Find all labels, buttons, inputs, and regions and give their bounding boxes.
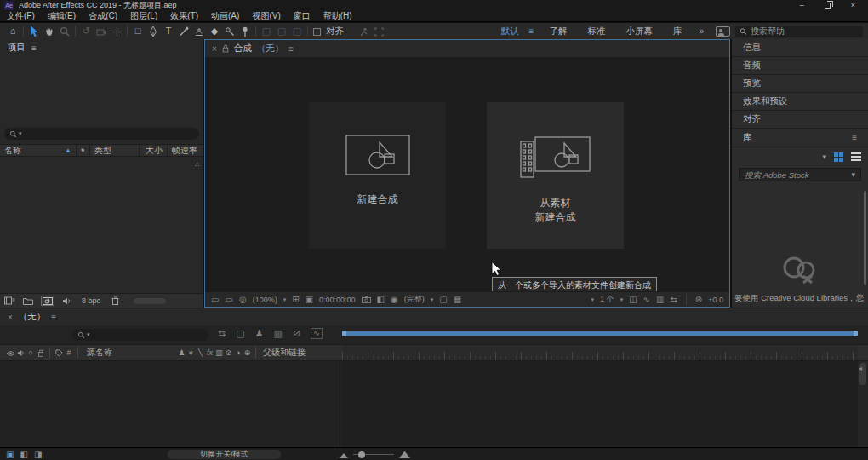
adobe-stock-search-box[interactable]: ▾	[739, 168, 861, 181]
menu-animation[interactable]: 动画(A)	[211, 10, 239, 22]
menu-layer[interactable]: 图层(L)	[130, 10, 157, 22]
menu-edit[interactable]: 编辑(E)	[48, 10, 76, 22]
hide-shy-layers-icon[interactable]: ♟	[255, 328, 264, 339]
grid-view-icon[interactable]	[834, 152, 843, 162]
motion-blur-icon[interactable]: ⊘	[293, 328, 300, 339]
channel-pair-icon[interactable]: ◎	[239, 296, 247, 304]
timeline-button-icon[interactable]: ▥	[656, 296, 664, 304]
view-axis-mode-icon[interactable]: ▢	[289, 23, 305, 39]
lock-icon[interactable]	[222, 44, 229, 53]
workspace-tab-default[interactable]: 默认	[501, 26, 519, 37]
snap-checkbox[interactable]	[311, 23, 326, 39]
composition-panel-menu-icon[interactable]: ≡	[288, 44, 294, 54]
frame-blend-switch-icon[interactable]: ▥	[214, 348, 224, 357]
magnification-select[interactable]: (100%)	[253, 296, 277, 304]
show-channel-icon[interactable]: ◉	[391, 296, 398, 304]
composition-tab-name[interactable]: （无）	[257, 43, 284, 55]
label-color-icon[interactable]	[54, 348, 64, 357]
brush-tool-icon[interactable]	[176, 23, 191, 39]
rotate-tool-icon[interactable]: ↺	[78, 23, 94, 39]
selection-tool-icon[interactable]	[26, 23, 42, 39]
always-preview-icon[interactable]: ▭	[211, 296, 219, 304]
workspace-overflow-icon[interactable]: »	[699, 26, 704, 36]
mask-visibility-icon[interactable]: ▣	[306, 296, 313, 304]
comp-flowchart-icon[interactable]: ⇆	[670, 296, 677, 304]
timeline-panel-menu-icon[interactable]: ≡	[51, 313, 56, 322]
show-snapshot-icon[interactable]: ◧	[377, 296, 385, 304]
fast-preview-icon[interactable]: ∿	[643, 296, 650, 304]
menu-view[interactable]: 视图(V)	[252, 10, 280, 22]
clone-stamp-tool-icon[interactable]	[191, 23, 207, 39]
draft-3d-icon[interactable]: ▢	[236, 328, 244, 339]
current-time-display[interactable]: 0:00:00:00	[319, 296, 356, 304]
tab-close-icon[interactable]: ×	[212, 44, 217, 54]
project-tab[interactable]: 项目	[8, 42, 26, 54]
workspace-tab-small-screen[interactable]: 小屏幕	[625, 26, 653, 37]
delete-icon[interactable]	[111, 296, 119, 305]
new-composition-from-footage-card[interactable]: 从素材 新建合成	[487, 102, 624, 249]
composition-tab[interactable]: 合成	[234, 43, 252, 55]
toggle-switches-modes-button[interactable]: 切换开关/模式	[168, 450, 281, 459]
quality-switch-icon[interactable]: ╲	[196, 348, 205, 357]
column-name[interactable]: 名称 ▲	[0, 145, 77, 156]
hand-tool-icon[interactable]	[42, 23, 57, 39]
world-axis-mode-icon[interactable]: ▢	[274, 23, 289, 39]
workspace-tab-standard[interactable]: 标准	[587, 26, 605, 37]
panel-tab-audio[interactable]: 音频	[732, 57, 868, 75]
pen-tool-icon[interactable]	[146, 23, 161, 39]
tab-close-icon[interactable]: ×	[8, 313, 13, 322]
layer-number-column[interactable]: #	[64, 348, 74, 357]
adobe-stock-search-input[interactable]	[745, 170, 851, 180]
local-axis-mode-icon[interactable]: ▢	[259, 23, 274, 39]
grid-guides-icon[interactable]: ⊞	[292, 296, 299, 304]
snapshot-camera-icon[interactable]	[362, 296, 371, 304]
user-account-icon[interactable]	[716, 26, 730, 37]
column-type[interactable]: 类型	[90, 145, 140, 156]
zoom-tool-icon[interactable]	[57, 23, 72, 39]
close-button[interactable]: ×	[851, 2, 855, 9]
new-composition-card[interactable]: 新建合成	[309, 102, 446, 249]
pixel-aspect-correction-icon[interactable]: ◫	[629, 296, 637, 304]
source-name-column[interactable]: 源名称	[82, 347, 117, 359]
panel-tab-effects-presets[interactable]: 效果和预设	[732, 93, 868, 111]
interpret-footage-icon[interactable]	[4, 296, 15, 305]
pan-behind-tool-icon[interactable]	[109, 23, 124, 39]
help-search-box[interactable]	[735, 26, 863, 37]
type-tool-icon[interactable]: T	[161, 23, 176, 39]
project-panel-menu-icon[interactable]: ≡	[31, 43, 37, 53]
workspace-tab-libraries[interactable]: 库	[673, 26, 682, 37]
list-view-icon[interactable]	[851, 152, 861, 161]
help-search-input[interactable]	[751, 26, 859, 36]
region-of-interest-icon[interactable]: ▢	[439, 296, 447, 304]
solo-icon[interactable]: ○	[26, 348, 36, 357]
restore-button[interactable]	[825, 3, 831, 9]
new-folder-icon[interactable]	[23, 296, 33, 305]
menu-effect[interactable]: 效果(T)	[170, 10, 198, 22]
panel-tab-libraries[interactable]: 库	[743, 132, 752, 144]
project-search-box[interactable]: ▾	[4, 128, 199, 140]
menu-file[interactable]: 文件(F)	[7, 10, 35, 22]
snap-option-icon-1[interactable]	[356, 23, 371, 39]
home-icon[interactable]: ⌂	[5, 23, 20, 39]
menu-window[interactable]: 窗口	[294, 10, 311, 22]
minimize-button[interactable]: –	[800, 2, 804, 9]
panel-tab-info[interactable]: 信息	[732, 39, 868, 57]
column-framerate[interactable]: 帧速率	[168, 145, 203, 156]
audio-speaker-icon[interactable]	[15, 348, 26, 357]
zoom-slider-thumb[interactable]	[358, 451, 365, 458]
time-navigator-bar[interactable]	[342, 331, 858, 336]
exposure-value[interactable]: +0.0	[708, 296, 723, 304]
shy-switch-icon[interactable]: ♟	[177, 348, 186, 357]
graph-editor-icon[interactable]: ∿	[311, 328, 323, 339]
motion-blur-switch-icon[interactable]: ⊘	[224, 348, 233, 357]
collapse-transformations-icon[interactable]: ∗	[186, 348, 196, 357]
lock-icon[interactable]	[36, 348, 46, 357]
expand-layer-switches-icon[interactable]: ▣	[6, 450, 14, 459]
expand-transfer-controls-icon[interactable]: ◧	[20, 450, 27, 459]
time-ruler[interactable]	[342, 345, 858, 360]
camera-tool-icon[interactable]	[94, 23, 109, 39]
threed-layer-switch-icon[interactable]: ⊕	[243, 348, 252, 357]
eraser-tool-icon[interactable]: ◆	[207, 23, 222, 39]
bit-depth-button[interactable]: 8 bpc	[78, 296, 104, 305]
new-composition-icon[interactable]	[41, 296, 54, 306]
